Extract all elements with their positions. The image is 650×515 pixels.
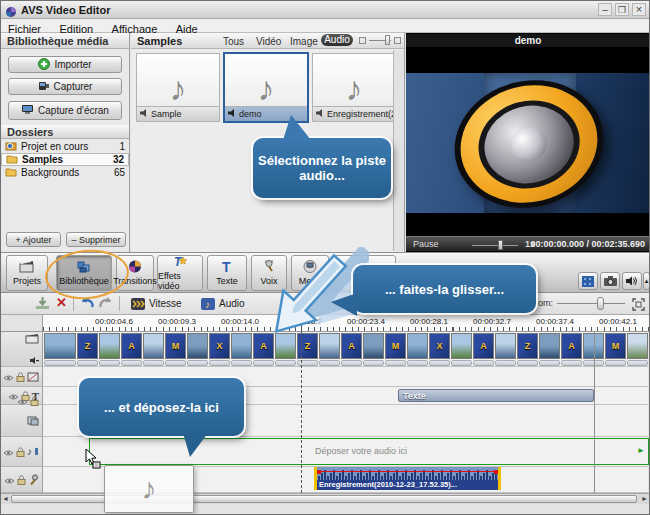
clip-thumbnail[interactable] bbox=[539, 333, 560, 359]
lock-icon[interactable] bbox=[16, 443, 25, 461]
speed-slider-thumb[interactable] bbox=[498, 240, 503, 250]
transition-slot bbox=[209, 360, 230, 366]
callout-drop: ... et déposez-la ici bbox=[79, 378, 244, 436]
clip-thumbnail[interactable] bbox=[143, 333, 164, 359]
project-folder-icon bbox=[5, 141, 17, 153]
zoom-out-icon[interactable] bbox=[359, 37, 366, 44]
transition-thumbnail[interactable]: M bbox=[385, 333, 406, 359]
tab-audio[interactable]: Audio bbox=[321, 34, 353, 46]
transition-thumbnail[interactable]: M bbox=[165, 333, 186, 359]
capture-device-icon bbox=[38, 80, 50, 93]
transition-thumbnail[interactable]: X bbox=[429, 333, 450, 359]
timeline-zoom-slider[interactable] bbox=[557, 303, 625, 304]
visibility-icon[interactable] bbox=[17, 392, 28, 410]
drop-arrow-icon: ► bbox=[637, 446, 645, 455]
snapshot-button[interactable] bbox=[600, 272, 620, 290]
capture-button[interactable]: Capturer bbox=[8, 78, 122, 95]
timeline-hscrollbar[interactable]: ◄ ► bbox=[1, 493, 650, 504]
fit-timeline-icon[interactable] bbox=[632, 297, 645, 315]
svg-text:♪: ♪ bbox=[27, 446, 32, 457]
toolbar-texte[interactable]: T Texte bbox=[207, 255, 247, 291]
preview-panel: demo Pause 1x 00:00:00.000 / 00:02:35.69… bbox=[406, 33, 650, 252]
folder-count: 1 bbox=[119, 141, 125, 152]
import-button[interactable]: Importer bbox=[8, 56, 122, 73]
playback-status[interactable]: Pause bbox=[413, 239, 439, 249]
media-item-sample[interactable]: ♪ Sample bbox=[136, 53, 220, 122]
minimize-button[interactable]: – bbox=[598, 3, 612, 16]
clip-thumbnail[interactable] bbox=[187, 333, 208, 359]
mute-button[interactable] bbox=[622, 272, 642, 290]
toolbar-label: Projets bbox=[13, 276, 41, 286]
folder-name: Backgrounds bbox=[21, 167, 110, 178]
transition-thumbnail[interactable]: M bbox=[605, 333, 626, 359]
volume-line[interactable] bbox=[317, 471, 498, 472]
drag-cursor bbox=[85, 449, 101, 469]
thumbnail-zoom-thumb[interactable] bbox=[385, 35, 390, 45]
mute-track-icon[interactable] bbox=[30, 350, 39, 368]
transition-thumbnail[interactable]: Z bbox=[77, 333, 98, 359]
vitesse-button[interactable]: Vitesse bbox=[127, 295, 186, 312]
split-view-button[interactable] bbox=[578, 272, 598, 290]
delete-icon[interactable]: ✕ bbox=[56, 295, 67, 310]
transition-thumbnail[interactable]: A bbox=[473, 333, 494, 359]
media-item-demo[interactable]: ♪ demo bbox=[223, 52, 309, 123]
remove-folder-button[interactable]: – Supprimer bbox=[66, 232, 126, 247]
folder-row-backgrounds[interactable]: Backgrounds 65 bbox=[1, 166, 129, 179]
folder-name: Projet en cours bbox=[21, 141, 115, 152]
zoom-in-icon[interactable] bbox=[394, 37, 401, 44]
transition-slot bbox=[451, 360, 472, 366]
visibility-icon[interactable] bbox=[3, 443, 14, 461]
samples-scrollbar[interactable] bbox=[393, 50, 404, 251]
clip-thumbnail[interactable] bbox=[99, 333, 120, 359]
visibility-icon[interactable] bbox=[4, 471, 15, 489]
time-display: 00:00:00.000 / 00:02:35.690 bbox=[530, 239, 645, 249]
clip-thumbnail[interactable] bbox=[44, 333, 76, 359]
media-item-enregistrement[interactable]: ♪ Enregistrement(201... bbox=[312, 53, 396, 122]
toolbar-projets[interactable]: Projets bbox=[6, 255, 48, 291]
text-clip[interactable]: Texte bbox=[398, 389, 594, 402]
ruler-tick-label: 00:00:42.1 bbox=[599, 317, 637, 326]
folder-row-projet[interactable]: Projet en cours 1 bbox=[1, 140, 129, 153]
timeline-zoom-thumb[interactable] bbox=[597, 297, 604, 310]
transition-thumbnail[interactable]: X bbox=[209, 333, 230, 359]
redo-icon[interactable] bbox=[98, 296, 114, 314]
audio-drop-zone[interactable]: Déposer votre audio ici ► bbox=[89, 438, 649, 465]
preview-title: demo bbox=[406, 34, 650, 47]
close-button[interactable]: × bbox=[632, 3, 646, 16]
text-icon: T bbox=[221, 260, 233, 275]
clip-thumbnail[interactable] bbox=[407, 333, 428, 359]
folder-row-samples[interactable]: Samples 32 bbox=[1, 153, 129, 166]
visibility-icon[interactable] bbox=[3, 368, 14, 386]
lock-icon[interactable] bbox=[16, 368, 25, 386]
voice-clip[interactable]: Enregistrement(2010-12-23_17.52.35)... bbox=[314, 467, 501, 490]
transition-thumbnail[interactable]: A bbox=[121, 333, 142, 359]
clip-thumbnail[interactable] bbox=[627, 333, 648, 359]
scroll-right-icon[interactable]: ► bbox=[641, 495, 648, 502]
speed-slider[interactable] bbox=[472, 245, 518, 246]
maximize-button[interactable]: ❐ bbox=[615, 3, 629, 16]
tab-tous[interactable]: Tous bbox=[223, 36, 244, 47]
transition-slot bbox=[429, 360, 450, 366]
collapse-button[interactable]: ▴ bbox=[643, 272, 650, 290]
clip-thumbnail[interactable] bbox=[495, 333, 516, 359]
screen-capture-button[interactable]: Capture d'écran bbox=[8, 101, 122, 120]
audio-tools-button[interactable]: ♪ Audio bbox=[197, 295, 249, 312]
clip-thumbnail[interactable] bbox=[451, 333, 472, 359]
preview-controls: Pause 1x 00:00:00.000 / 00:02:35.690 bbox=[406, 236, 650, 251]
toolbar-effets-video[interactable]: T Effets vidéo bbox=[157, 255, 203, 291]
transition-slot bbox=[143, 360, 164, 366]
ruler-tick-label: 00:00:32.7 bbox=[473, 317, 511, 326]
transition-thumbnail[interactable]: A bbox=[561, 333, 582, 359]
speaker-icon bbox=[316, 109, 324, 119]
lock-icon[interactable] bbox=[30, 392, 39, 410]
add-to-timeline-icon[interactable] bbox=[35, 296, 50, 314]
folder-name: Samples bbox=[22, 154, 109, 165]
transition-slot bbox=[627, 360, 648, 366]
add-folder-button[interactable]: + Ajouter bbox=[6, 232, 61, 247]
scroll-left-icon[interactable]: ◄ bbox=[2, 495, 9, 502]
transition-thumbnail[interactable]: Z bbox=[517, 333, 538, 359]
music-note-icon: ♪ bbox=[142, 472, 157, 506]
tab-image[interactable]: Image bbox=[290, 36, 318, 47]
tab-video[interactable]: Vidéo bbox=[256, 36, 281, 47]
lock-icon[interactable] bbox=[17, 471, 26, 489]
